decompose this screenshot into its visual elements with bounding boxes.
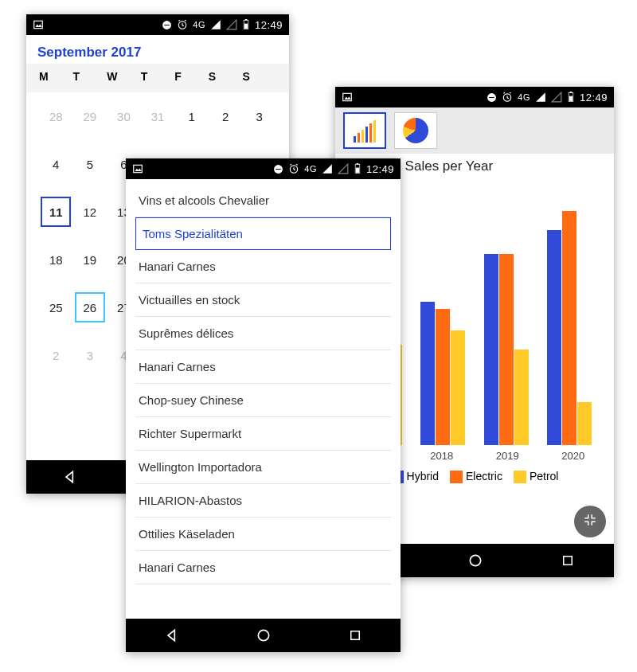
calendar-day[interactable]: 3 (242, 92, 276, 140)
svg-rect-13 (343, 93, 352, 100)
calendar-day-number: 2 (210, 101, 240, 131)
signal-icon (535, 92, 546, 103)
calendar-day-number: 29 (75, 101, 105, 131)
network-label: 4G (304, 164, 317, 174)
list-item[interactable]: Victuailles en stock (135, 283, 391, 317)
signal-empty-icon (226, 19, 237, 30)
legend-item: Petrol (514, 470, 559, 483)
svg-rect-34 (357, 163, 359, 164)
battery-icon (354, 163, 361, 174)
svg-rect-26 (134, 165, 143, 172)
list-item[interactable]: Ottilies Käseladen (135, 518, 391, 551)
calendar-day[interactable]: 1 (174, 92, 209, 140)
x-tick-label: 2018 (430, 450, 453, 462)
battery-icon (242, 19, 250, 30)
calendar-day[interactable]: 28 (39, 92, 73, 140)
nav-bar (126, 619, 401, 652)
calendar-day[interactable]: 2 (39, 331, 73, 379)
calendar-day[interactable]: 25 (39, 283, 73, 331)
swatch-icon (514, 471, 526, 483)
calendar-day-number: 26 (75, 292, 105, 322)
nav-home-icon[interactable] (467, 553, 483, 568)
list-body[interactable]: Vins et alcools ChevalierToms Spezialitä… (126, 179, 401, 619)
dow-label: T (73, 64, 107, 92)
calendar-day-number: 28 (41, 101, 71, 131)
clock-label: 12:49 (366, 163, 394, 175)
swatch-icon (450, 471, 463, 483)
calendar-day[interactable]: 29 (73, 92, 107, 140)
chart-thumbnail-row (335, 107, 614, 154)
signal-empty-icon (338, 163, 349, 174)
nav-back-icon[interactable] (164, 627, 180, 643)
calendar-day-number: 2 (41, 340, 71, 370)
fullscreen-exit-icon (583, 513, 597, 530)
calendar-day-number: 1 (177, 101, 207, 131)
do-not-disturb-icon (487, 92, 497, 103)
calendar-day[interactable]: 3 (73, 331, 107, 379)
list-item[interactable]: Hanari Carnes (135, 250, 391, 283)
dow-label: F (174, 64, 209, 92)
thumb-pie-chart[interactable] (394, 112, 437, 149)
dow-label: M (39, 64, 73, 92)
status-bar: 4G 12:49 (126, 158, 401, 179)
svg-marker-6 (227, 20, 236, 29)
list-item[interactable]: Toms Spezialitäten (135, 217, 391, 250)
network-label: 4G (518, 92, 530, 102)
list-item[interactable]: Chop-suey Chinese (135, 384, 391, 417)
nav-recent-icon[interactable] (561, 553, 575, 568)
svg-rect-25 (564, 557, 573, 565)
legend-label: Petrol (530, 470, 559, 483)
calendar-day[interactable]: 19 (73, 236, 107, 283)
x-tick-label: 2020 (561, 450, 584, 462)
picture-icon (132, 163, 143, 174)
calendar-day-number: 31 (143, 101, 173, 131)
calendar-header[interactable]: September 2017 (26, 35, 289, 64)
nav-home-icon[interactable] (256, 627, 272, 643)
svg-marker-19 (552, 92, 561, 102)
calendar-day-number: 19 (75, 244, 105, 275)
calendar-day[interactable]: 4 (39, 140, 73, 188)
calendar-day[interactable]: 26 (73, 283, 107, 331)
calendar-day-number: 11 (41, 197, 71, 227)
list-item[interactable]: Suprêmes délices (135, 317, 391, 350)
list-item[interactable]: Richter Supermarkt (135, 417, 391, 451)
chart-bar[interactable] (514, 350, 529, 445)
chart-bar[interactable] (436, 309, 450, 445)
list-item[interactable]: HILARION-Abastos (135, 484, 391, 518)
svg-point-37 (259, 630, 269, 640)
calendar-day[interactable]: 30 (107, 92, 141, 140)
chart-bar[interactable] (562, 211, 576, 445)
calendar-day[interactable]: 18 (39, 236, 73, 283)
calendar-day[interactable]: 5 (73, 140, 107, 188)
chart-bar[interactable] (451, 330, 465, 445)
clock-label: 12:49 (580, 92, 608, 104)
dow-label: S (209, 64, 243, 92)
svg-rect-0 (34, 21, 43, 28)
picture-icon (33, 19, 44, 30)
do-not-disturb-icon (162, 20, 172, 30)
thumb-bar-chart[interactable] (343, 112, 386, 149)
nav-recent-icon[interactable] (348, 628, 362, 643)
list-item[interactable]: Hanari Carnes (135, 350, 391, 384)
calendar-day[interactable]: 12 (73, 188, 107, 236)
svg-rect-35 (356, 168, 359, 173)
chart-bar[interactable] (420, 302, 435, 445)
fullscreen-button[interactable] (574, 506, 606, 537)
calendar-day[interactable]: 2 (209, 92, 243, 140)
list-item[interactable]: Hanari Carnes (135, 551, 391, 584)
chart-bar[interactable] (577, 402, 592, 445)
alarm-icon (177, 19, 188, 30)
chart-bar[interactable] (484, 254, 498, 445)
signal-icon (210, 19, 221, 30)
chart-bar[interactable] (499, 254, 514, 445)
list-item[interactable]: Wellington Importadora (135, 451, 391, 484)
picture-icon (342, 92, 353, 103)
calendar-day-number: 5 (75, 149, 105, 179)
svg-marker-18 (536, 92, 545, 102)
calendar-day[interactable]: 11 (39, 188, 73, 236)
chart-bar[interactable] (547, 230, 561, 445)
calendar-day-number: 25 (41, 292, 71, 322)
nav-back-icon[interactable] (62, 469, 78, 485)
calendar-day[interactable]: 31 (141, 92, 175, 140)
list-item[interactable]: Vins et alcools Chevalier (135, 184, 391, 217)
